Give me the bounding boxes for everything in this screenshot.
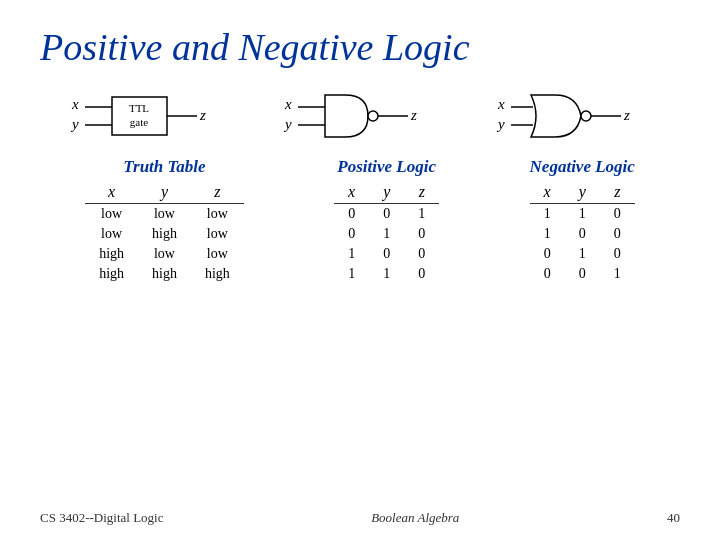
table-cell: 0 [600,244,635,264]
and-diagram: x y z [280,87,440,147]
svg-text:x: x [497,96,505,112]
table-cell: low [191,204,244,225]
positive-header-row: x y z [334,181,439,204]
or-diagram: x y z [493,87,653,147]
negative-header-y: y [565,181,600,204]
table-cell: 0 [565,224,600,244]
table-cell: 0 [334,204,369,225]
table-cell: low [85,204,138,225]
svg-text:x: x [71,96,79,112]
ttl-diagram: x y TTL gate z [67,87,227,147]
table-cell: high [85,244,138,264]
table-cell: high [138,264,191,284]
negative-logic-table: x y z 110100010001 [530,181,635,284]
tables-row: Truth Table x y z lowlowlowlowhighlowhig… [40,157,680,284]
table-cell: 0 [369,244,404,264]
svg-text:y: y [70,116,79,132]
truth-table: x y z lowlowlowlowhighlowhighlowlowhighh… [85,181,244,284]
table-row: highlowlow [85,244,244,264]
table-cell: 1 [404,204,439,225]
table-cell: high [138,224,191,244]
positive-logic-section: Positive Logic x y z 001010100110 [334,157,439,284]
truth-table-label: Truth Table [123,157,205,177]
svg-point-13 [368,111,378,121]
truth-table-header-x: x [85,181,138,204]
truth-table-header-z: z [191,181,244,204]
table-cell: high [85,264,138,284]
table-row: 100 [334,244,439,264]
table-cell: low [138,244,191,264]
svg-point-20 [581,111,591,121]
positive-header-z: z [404,181,439,204]
table-row: 010 [334,224,439,244]
table-cell: 0 [600,224,635,244]
truth-table-header-row: x y z [85,181,244,204]
truth-table-header-y: y [138,181,191,204]
footer: CS 3402--Digital Logic Boolean Algebra 4… [40,510,680,526]
table-cell: 1 [369,264,404,284]
and-gate-svg: x y z [280,87,440,147]
table-row: 001 [334,204,439,225]
table-row: 110 [530,204,635,225]
svg-text:x: x [284,96,292,112]
negative-header-row: x y z [530,181,635,204]
table-cell: low [191,224,244,244]
table-row: 001 [530,264,635,284]
svg-text:TTL: TTL [129,102,149,114]
table-cell: 0 [530,264,565,284]
truth-table-section: Truth Table x y z lowlowlowlowhighlowhig… [85,157,244,284]
or-gate-svg: x y z [493,87,653,147]
ttl-gate-svg: x y TTL gate z [67,87,227,147]
positive-logic-table: x y z 001010100110 [334,181,439,284]
negative-logic-label: Negative Logic [530,157,635,177]
svg-text:gate: gate [129,116,147,128]
table-cell: 0 [565,264,600,284]
table-cell: 0 [530,244,565,264]
table-row: lowhighlow [85,224,244,244]
negative-header-x: x [530,181,565,204]
table-cell: 0 [369,204,404,225]
positive-header-x: x [334,181,369,204]
svg-text:z: z [410,107,417,123]
table-cell: 0 [334,224,369,244]
page: Positive and Negative Logic x y TTL gate [0,0,720,540]
table-cell: 1 [530,204,565,225]
table-cell: 1 [334,244,369,264]
footer-left: CS 3402--Digital Logic [40,510,164,526]
svg-text:y: y [283,116,292,132]
positive-header-y: y [369,181,404,204]
table-cell: low [191,244,244,264]
table-row: 010 [530,244,635,264]
table-cell: low [85,224,138,244]
table-cell: 0 [600,204,635,225]
table-cell: 1 [565,244,600,264]
table-cell: 0 [404,224,439,244]
table-cell: 0 [404,244,439,264]
footer-center: Boolean Algebra [371,510,459,526]
table-row: lowlowlow [85,204,244,225]
table-cell: 1 [530,224,565,244]
table-row: 100 [530,224,635,244]
table-row: 110 [334,264,439,284]
svg-text:z: z [199,107,206,123]
footer-right: 40 [667,510,680,526]
positive-logic-label: Positive Logic [337,157,436,177]
negative-header-z: z [600,181,635,204]
negative-logic-section: Negative Logic x y z 110100010001 [530,157,635,284]
table-cell: high [191,264,244,284]
page-title: Positive and Negative Logic [40,25,680,69]
table-row: highhighhigh [85,264,244,284]
table-cell: 1 [334,264,369,284]
svg-text:z: z [623,107,630,123]
table-cell: 1 [565,204,600,225]
diagrams-row: x y TTL gate z x y [40,87,680,147]
table-cell: 1 [369,224,404,244]
svg-text:y: y [496,116,505,132]
table-cell: 1 [600,264,635,284]
table-cell: low [138,204,191,225]
table-cell: 0 [404,264,439,284]
